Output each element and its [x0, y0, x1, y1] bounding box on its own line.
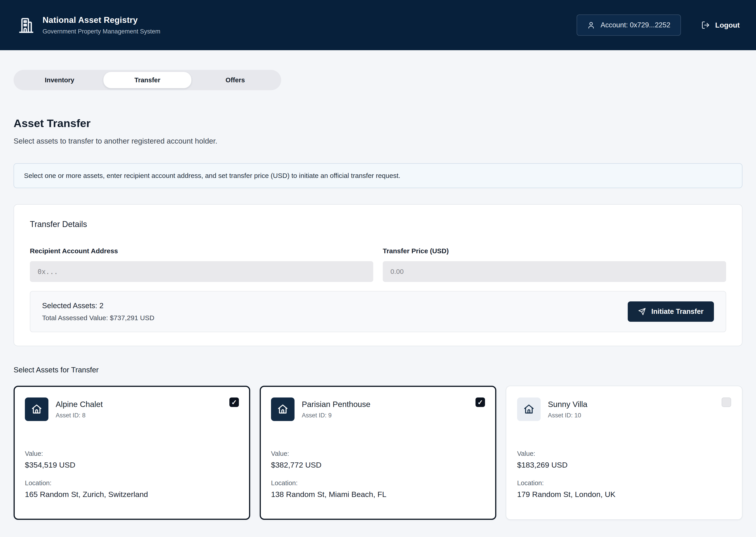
selection-summary-bar: Selected Assets: 2 Total Assessed Value:…: [30, 291, 726, 332]
logout-label: Logout: [715, 21, 740, 29]
tab-inventory[interactable]: Inventory: [16, 72, 103, 88]
asset-card-parisian-penthouse[interactable]: Parisian Penthouse Asset ID: 9 ✓ Value: …: [260, 386, 496, 520]
info-banner: Select one or more assets, enter recipie…: [14, 163, 742, 188]
asset-location: 179 Random St, London, UK: [517, 490, 731, 499]
asset-checkbox[interactable]: ✓: [475, 397, 485, 407]
account-label: Account: 0x729...2252: [600, 21, 671, 29]
initiate-transfer-button[interactable]: Initiate Transfer: [628, 301, 714, 322]
asset-value: $354,519 USD: [25, 461, 239, 470]
transfer-details-heading: Transfer Details: [30, 220, 726, 229]
asset-name: Sunny Villa: [548, 400, 587, 409]
transfer-price-input[interactable]: [383, 261, 726, 282]
location-label: Location:: [25, 479, 239, 487]
asset-card-header: Parisian Penthouse Asset ID: 9 ✓: [271, 397, 485, 421]
recipient-field-group: Recipient Account Address: [30, 247, 373, 282]
recipient-address-input[interactable]: [30, 261, 373, 282]
asset-tile: [271, 397, 294, 421]
location-label: Location:: [271, 479, 485, 487]
value-label: Value:: [517, 450, 731, 457]
value-label: Value:: [25, 450, 239, 457]
header-actions: Account: 0x729...2252 Logout: [577, 15, 740, 36]
asset-tile: [517, 397, 541, 421]
account-button[interactable]: Account: 0x729...2252: [577, 15, 681, 36]
tab-bar: Inventory Transfer Offers: [14, 70, 281, 90]
check-icon: ✓: [477, 398, 483, 406]
transfer-price-label: Transfer Price (USD): [383, 247, 726, 255]
asset-card-body: Value: $183,269 USD Location: 179 Random…: [517, 450, 731, 499]
app-header: National Asset Registry Government Prope…: [0, 0, 756, 50]
asset-tile: [25, 397, 48, 421]
recipient-address-label: Recipient Account Address: [30, 247, 373, 255]
asset-card-body: Value: $354,519 USD Location: 165 Random…: [25, 450, 239, 499]
asset-value: $382,772 USD: [271, 461, 485, 470]
home-icon: [277, 404, 289, 415]
asset-card-header: Sunny Villa Asset ID: 10: [517, 397, 731, 421]
home-icon: [31, 404, 42, 415]
page-subtitle: Select assets to transfer to another reg…: [14, 137, 742, 145]
total-assessed-value: Total Assessed Value: $737,291 USD: [42, 314, 154, 322]
asset-name: Alpine Chalet: [56, 400, 103, 409]
asset-card-titles: Sunny Villa Asset ID: 10: [548, 397, 587, 419]
logout-button[interactable]: Logout: [701, 21, 740, 29]
asset-card-sunny-villa[interactable]: Sunny Villa Asset ID: 10 Value: $183,269…: [506, 386, 742, 520]
tab-offers[interactable]: Offers: [191, 72, 279, 88]
main-content: Inventory Transfer Offers Asset Transfer…: [0, 70, 756, 520]
tab-transfer[interactable]: Transfer: [103, 72, 191, 88]
asset-card-titles: Parisian Penthouse Asset ID: 9: [302, 397, 371, 419]
asset-location: 138 Random St, Miami Beach, FL: [271, 490, 485, 499]
selected-assets-count: Selected Assets: 2: [42, 301, 154, 310]
asset-checkbox[interactable]: [722, 397, 731, 407]
page-title: Asset Transfer: [14, 117, 742, 130]
building-logo-icon: [18, 17, 35, 34]
asset-id: Asset ID: 8: [56, 412, 103, 419]
value-label: Value:: [271, 450, 485, 457]
app-title: National Asset Registry: [43, 15, 160, 25]
asset-checkbox[interactable]: ✓: [229, 397, 239, 407]
transfer-details-card: Transfer Details Recipient Account Addre…: [14, 204, 742, 346]
asset-location: 165 Random St, Zurich, Switzerland: [25, 490, 239, 499]
selection-summary-text: Selected Assets: 2 Total Assessed Value:…: [42, 301, 154, 322]
app-subtitle: Government Property Management System: [43, 28, 160, 35]
brand: National Asset Registry Government Prope…: [18, 15, 160, 35]
select-assets-heading: Select Assets for Transfer: [14, 366, 742, 374]
asset-name: Parisian Penthouse: [302, 400, 371, 409]
send-icon: [638, 308, 646, 315]
asset-id: Asset ID: 10: [548, 412, 587, 419]
user-icon: [587, 21, 595, 29]
initiate-transfer-label: Initiate Transfer: [651, 308, 703, 316]
location-label: Location:: [517, 479, 731, 487]
brand-text: National Asset Registry Government Prope…: [43, 15, 160, 35]
asset-card-alpine-chalet[interactable]: Alpine Chalet Asset ID: 8 ✓ Value: $354,…: [14, 386, 250, 520]
asset-card-header: Alpine Chalet Asset ID: 8 ✓: [25, 397, 239, 421]
home-icon: [523, 404, 535, 415]
asset-card-body: Value: $382,772 USD Location: 138 Random…: [271, 450, 485, 499]
transfer-form: Recipient Account Address Transfer Price…: [30, 247, 726, 282]
asset-card-grid: Alpine Chalet Asset ID: 8 ✓ Value: $354,…: [14, 386, 742, 520]
check-icon: ✓: [231, 398, 237, 406]
asset-card-titles: Alpine Chalet Asset ID: 8: [56, 397, 103, 419]
price-field-group: Transfer Price (USD): [383, 247, 726, 282]
logout-icon: [701, 21, 710, 29]
asset-id: Asset ID: 9: [302, 412, 371, 419]
asset-value: $183,269 USD: [517, 461, 731, 470]
